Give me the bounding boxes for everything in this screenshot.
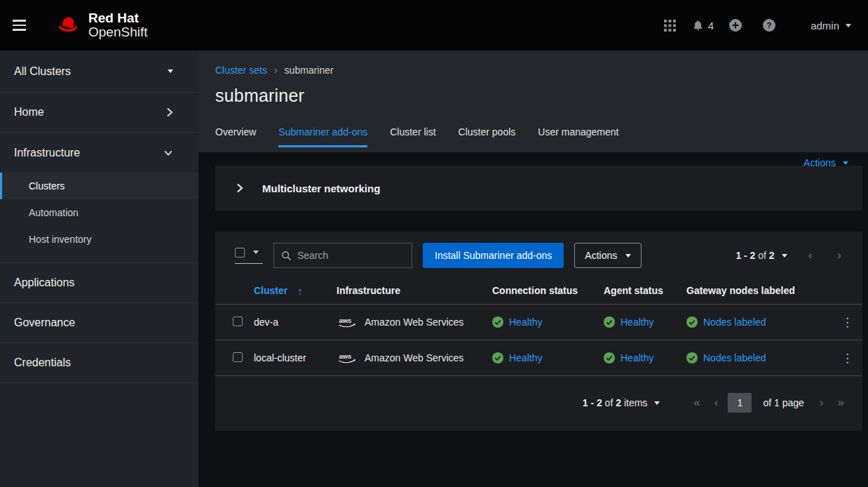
bulk-select-dropdown[interactable] bbox=[235, 248, 263, 264]
tab-cluster-pools[interactable]: Cluster pools bbox=[459, 121, 516, 147]
caret-down-icon bbox=[625, 254, 631, 258]
redhat-fedora-icon bbox=[53, 14, 83, 36]
sidebar-item-applications[interactable]: Applications bbox=[0, 263, 198, 303]
sort-ascending-icon: ↑ bbox=[297, 285, 303, 297]
sidebar-item-home[interactable]: Home bbox=[0, 93, 198, 133]
page-header: Cluster sets › submariner submariner Ove… bbox=[198, 51, 868, 152]
infrastructure-label: Amazon Web Services bbox=[365, 352, 463, 363]
tab-user-management[interactable]: User management bbox=[538, 121, 618, 147]
gateway-nodes-link[interactable]: Nodes labeled bbox=[703, 352, 766, 363]
help-button[interactable]: ? bbox=[757, 13, 781, 37]
sidebar-item-label: Home bbox=[14, 106, 44, 119]
app-launcher-button[interactable] bbox=[658, 13, 682, 37]
perspective-switcher[interactable]: All Clusters bbox=[0, 51, 198, 93]
section-title: Multicluster networking bbox=[262, 182, 380, 194]
main-area: Cluster sets › submariner submariner Ove… bbox=[198, 51, 868, 487]
caret-down-icon bbox=[654, 401, 660, 405]
check-circle-icon bbox=[492, 352, 503, 363]
caret-down-icon bbox=[782, 254, 787, 258]
gateway-nodes-link[interactable]: Nodes labeled bbox=[703, 316, 766, 328]
last-page-button[interactable]: » bbox=[834, 396, 848, 410]
pagination-top: 1 - 2 of 2 ‹ › bbox=[735, 248, 848, 262]
svg-text:aws: aws bbox=[339, 352, 351, 360]
column-header-gateway-nodes: Gateway nodes labeled bbox=[686, 285, 832, 296]
sidebar-item-infrastructure[interactable]: Infrastructure bbox=[0, 133, 198, 173]
brand-line1: Red Hat bbox=[88, 11, 148, 25]
sidebar-item-automation[interactable]: Automation bbox=[0, 199, 198, 226]
connection-status-link[interactable]: Healthy bbox=[509, 352, 542, 363]
kebab-icon: ⋮ bbox=[841, 352, 853, 365]
caret-down-icon bbox=[168, 69, 173, 73]
aws-icon: aws bbox=[337, 315, 358, 329]
search-input[interactable] bbox=[297, 250, 405, 261]
search-box bbox=[273, 243, 412, 268]
pagination-items-word: items bbox=[624, 397, 647, 408]
expand-toggle-button[interactable] bbox=[236, 182, 243, 194]
masthead: Red Hat OpenShift 4 bbox=[0, 0, 868, 51]
aws-icon: aws bbox=[337, 351, 358, 365]
grid-icon bbox=[664, 20, 676, 32]
search-icon bbox=[281, 251, 292, 261]
sort-by-cluster-button[interactable]: Cluster ↑ bbox=[254, 285, 303, 297]
row-kebab-menu[interactable]: ⋮ bbox=[841, 316, 853, 328]
table-actions-dropdown[interactable]: Actions bbox=[574, 243, 642, 268]
double-chevron-left-icon: « bbox=[693, 396, 700, 409]
pagination-total: 2 bbox=[616, 397, 621, 408]
row-checkbox[interactable] bbox=[233, 352, 243, 362]
page-count-label: of 1 page bbox=[763, 397, 803, 408]
caret-down-icon bbox=[253, 251, 259, 254]
per-page-dropdown[interactable]: 1 - 2 of 2 items bbox=[583, 397, 660, 408]
sidebar-item-credentials[interactable]: Credentials bbox=[0, 343, 198, 383]
prev-page-button[interactable]: ‹ bbox=[804, 248, 817, 262]
check-circle-icon bbox=[492, 316, 503, 328]
clusters-table-card: Install Submariner add-ons Actions 1 - 2… bbox=[215, 232, 862, 431]
chevron-right-icon bbox=[236, 182, 243, 194]
agent-status-link[interactable]: Healthy bbox=[621, 352, 653, 363]
chevron-left-icon: ‹ bbox=[808, 248, 813, 262]
tab-cluster-list[interactable]: Cluster list bbox=[390, 121, 435, 147]
user-dropdown[interactable]: admin bbox=[811, 20, 851, 32]
table-header-row: Cluster ↑ Infrastructure Connection stat… bbox=[215, 277, 862, 305]
breadcrumb-separator-icon: › bbox=[274, 65, 278, 76]
breadcrumb: Cluster sets › submariner bbox=[215, 65, 851, 76]
pagination-of: of bbox=[605, 397, 613, 408]
breadcrumb-current: submariner bbox=[285, 65, 334, 76]
next-page-button[interactable]: › bbox=[815, 396, 828, 410]
breadcrumb-cluster-sets-link[interactable]: Cluster sets bbox=[215, 65, 267, 76]
chevron-right-icon: › bbox=[837, 248, 841, 262]
page-actions-dropdown[interactable]: Actions bbox=[803, 157, 848, 168]
install-submariner-button[interactable]: Install Submariner add-ons bbox=[423, 243, 564, 268]
prev-page-button[interactable]: ‹ bbox=[710, 396, 723, 410]
pagination-bottom: 1 - 2 of 2 items « ‹ bbox=[215, 376, 862, 431]
sidebar-item-host-inventory[interactable]: Host inventory bbox=[0, 226, 198, 253]
sidebar-item-label: Clusters bbox=[29, 180, 65, 192]
nav-toggle-button[interactable] bbox=[13, 13, 38, 38]
pagination-total: 2 bbox=[769, 250, 775, 261]
svg-text:aws: aws bbox=[339, 316, 351, 324]
cluster-name: local-cluster bbox=[254, 352, 337, 363]
select-all-checkbox[interactable] bbox=[235, 248, 245, 258]
notifications-button[interactable]: 4 bbox=[692, 13, 714, 37]
connection-status-link[interactable]: Healthy bbox=[509, 316, 542, 328]
chevron-down-icon bbox=[163, 149, 173, 156]
sidebar-item-clusters[interactable]: Clusters bbox=[0, 173, 198, 199]
row-checkbox[interactable] bbox=[233, 316, 243, 326]
sidebar-item-governance[interactable]: Governance bbox=[0, 303, 198, 343]
agent-status-link[interactable]: Healthy bbox=[621, 316, 653, 328]
create-button[interactable] bbox=[724, 13, 747, 37]
check-circle-icon bbox=[604, 352, 615, 363]
tab-submariner-add-ons[interactable]: Submariner add-ons bbox=[278, 121, 367, 147]
current-page-input[interactable] bbox=[728, 393, 752, 413]
row-kebab-menu[interactable]: ⋮ bbox=[841, 352, 853, 364]
tab-overview[interactable]: Overview bbox=[215, 121, 256, 147]
per-page-dropdown[interactable]: 1 - 2 of 2 bbox=[735, 250, 787, 261]
first-page-button[interactable]: « bbox=[689, 396, 704, 410]
sidebar-item-label: Infrastructure bbox=[14, 147, 80, 159]
next-page-button[interactable]: › bbox=[833, 248, 846, 262]
cluster-name: dev-a bbox=[254, 316, 337, 328]
chevron-left-icon: ‹ bbox=[714, 396, 719, 409]
infrastructure-subnav: Clusters Automation Host inventory bbox=[0, 173, 198, 263]
notification-count: 4 bbox=[708, 20, 714, 32]
column-header-connection-status: Connection status bbox=[492, 285, 604, 296]
table-row: local-cluster aws Amazon Web Services bbox=[215, 340, 862, 376]
